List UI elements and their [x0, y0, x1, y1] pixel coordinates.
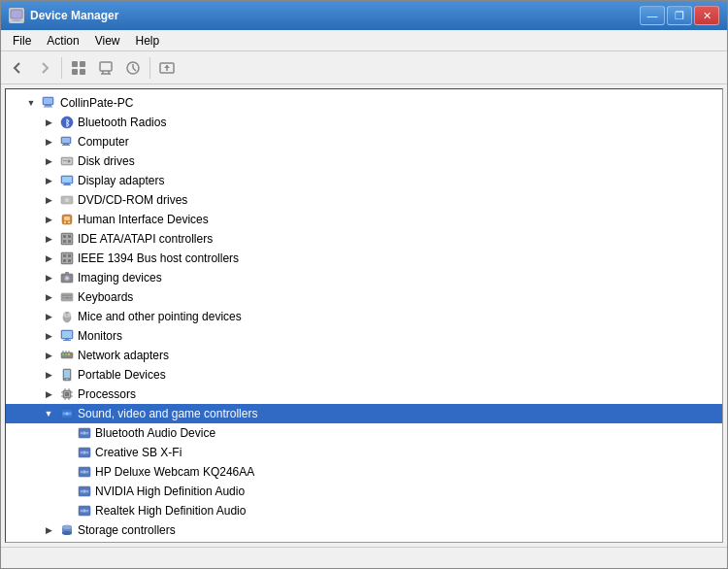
svg-rect-75: [62, 353, 64, 355]
tree-root[interactable]: ▼ CollinPate-PC: [6, 93, 722, 113]
minimize-button[interactable]: —: [640, 6, 665, 25]
svg-rect-102: [83, 432, 86, 435]
hp-webcam-icon: [77, 464, 92, 480]
bluetooth-radios-label: Bluetooth Radios: [78, 116, 166, 129]
svg-point-121: [62, 531, 72, 535]
computer-expander[interactable]: ▶: [41, 134, 56, 150]
keyboards-label: Keyboards: [78, 290, 133, 304]
network-adapters-expander[interactable]: ▶: [41, 348, 56, 363]
tree-item-nvidia-hda[interactable]: NVIDIA High Definition Audio: [6, 482, 722, 501]
tree-item-monitors[interactable]: ▶ Monitors: [6, 326, 722, 346]
tree-item-storage[interactable]: ▶ Storage controllers: [6, 520, 722, 540]
tree-item-realtek-hda[interactable]: Realtek High Definition Audio: [6, 501, 722, 520]
svg-rect-63: [62, 297, 64, 299]
svg-point-97: [68, 412, 72, 416]
svg-rect-65: [70, 297, 72, 299]
imaging-expander[interactable]: ▶: [41, 270, 56, 285]
system-devices-expander[interactable]: ▶: [41, 542, 56, 543]
menu-view[interactable]: View: [87, 32, 128, 50]
tree-item-keyboards[interactable]: ▶ Keyboards: [6, 287, 722, 307]
svg-point-113: [86, 490, 89, 493]
svg-rect-38: [64, 217, 70, 220]
svg-rect-4: [80, 61, 85, 67]
toolbar-btn-2[interactable]: [93, 55, 118, 81]
tree-item-computer[interactable]: ▶ Computer: [6, 132, 722, 151]
computer-label: Computer: [78, 135, 129, 149]
tree-item-portable-devices[interactable]: ▶ Portable Devices: [6, 365, 722, 385]
bluetooth-radios-expander[interactable]: ▶: [41, 115, 56, 130]
tree-item-ieee[interactable]: ▶ IEEE 1394 Bus host controllers: [6, 249, 722, 268]
tree-view[interactable]: ▼ CollinPate-PC ▶: [5, 88, 723, 543]
svg-rect-18: [44, 107, 52, 108]
tree-item-system-devices[interactable]: ▶ System devices: [6, 540, 722, 543]
hid-expander[interactable]: ▶: [41, 212, 56, 227]
dvd-expander[interactable]: ▶: [41, 192, 56, 208]
tree-item-hid[interactable]: ▶ Human Interface Devices: [6, 210, 722, 229]
svg-rect-44: [68, 235, 71, 238]
ieee-expander[interactable]: ▶: [41, 251, 56, 266]
toolbar-btn-1[interactable]: [66, 55, 91, 81]
menu-file[interactable]: File: [5, 32, 39, 50]
ide-expander[interactable]: ▶: [41, 231, 56, 247]
display-adapters-expander[interactable]: ▶: [41, 173, 56, 188]
tree-item-hp-webcam[interactable]: HP Deluxe Webcam KQ246AA: [6, 462, 722, 482]
svg-rect-46: [68, 240, 71, 243]
tree-item-mice[interactable]: ▶ Mice and other pointing devices: [6, 307, 722, 326]
root-expander[interactable]: ▼: [23, 95, 39, 111]
svg-point-109: [86, 471, 89, 474]
tree-item-sound[interactable]: ▼ Sound, video and game controllers: [6, 404, 722, 423]
display-adapters-icon: [59, 173, 75, 188]
svg-rect-29: [63, 160, 67, 161]
sound-expander[interactable]: ▼: [41, 406, 56, 421]
svg-point-83: [66, 379, 68, 381]
imaging-label: Imaging devices: [78, 271, 162, 284]
processors-label: Processors: [78, 387, 136, 401]
toolbar-btn-3[interactable]: [120, 55, 146, 81]
monitors-icon: [59, 328, 75, 344]
menu-action[interactable]: Action: [39, 32, 86, 50]
tree-item-display-adapters[interactable]: ▶ Display adapters: [6, 171, 722, 190]
portable-devices-expander[interactable]: ▶: [41, 367, 56, 383]
hid-label: Human Interface Devices: [78, 213, 209, 226]
tree-item-imaging[interactable]: ▶ Imaging devices: [6, 268, 722, 287]
processors-expander[interactable]: ▶: [41, 386, 56, 402]
close-button[interactable]: ✕: [694, 6, 719, 25]
tree-item-ide[interactable]: ▶ IDE ATA/ATAPI controllers: [6, 229, 722, 249]
mice-icon: [59, 309, 75, 324]
bluetooth-audio-label: Bluetooth Audio Device: [95, 426, 215, 440]
mice-expander[interactable]: ▶: [41, 309, 56, 324]
tree-item-processors[interactable]: ▶ Process: [6, 385, 722, 404]
tree-item-network-adapters[interactable]: ▶ Network adapters: [6, 346, 722, 365]
tree-item-disk-drives[interactable]: ▶ Disk drives: [6, 151, 722, 171]
tree-item-dvd[interactable]: ▶ DVD/CD-ROM drives: [6, 190, 722, 210]
device-tree: ▼ CollinPate-PC ▶: [6, 89, 722, 543]
forward-button[interactable]: [32, 55, 57, 81]
ieee-label: IEEE 1394 Bus host controllers: [78, 251, 239, 265]
svg-point-122: [62, 525, 72, 529]
sound-label: Sound, video and game controllers: [78, 407, 257, 420]
menu-help[interactable]: Help: [128, 32, 168, 50]
svg-rect-56: [65, 272, 69, 275]
dvd-icon: [59, 192, 75, 208]
svg-rect-86: [65, 392, 69, 396]
monitors-expander[interactable]: ▶: [41, 328, 56, 344]
svg-rect-82: [64, 370, 70, 378]
toolbar-btn-4[interactable]: [154, 55, 180, 81]
svg-rect-73: [63, 340, 71, 341]
restore-button[interactable]: ❐: [667, 6, 692, 25]
svg-rect-31: [62, 177, 72, 183]
realtek-hda-label: Realtek High Definition Audio: [95, 504, 246, 518]
svg-rect-71: [62, 331, 72, 338]
monitors-label: Monitors: [78, 329, 122, 343]
tree-item-creative-sb[interactable]: Creative SB X-Fi: [6, 443, 722, 462]
svg-point-105: [86, 452, 89, 454]
tree-item-bluetooth-audio[interactable]: Bluetooth Audio Device: [6, 423, 722, 443]
tree-item-bluetooth-radios[interactable]: ▶ ᛒ Bluetooth Radios: [6, 113, 722, 132]
menu-bar: File Action View Help: [1, 30, 727, 51]
svg-rect-43: [63, 235, 66, 238]
disk-drives-expander[interactable]: ▶: [41, 153, 56, 169]
back-button[interactable]: [5, 55, 30, 81]
storage-expander[interactable]: ▶: [41, 522, 56, 538]
keyboards-expander[interactable]: ▶: [41, 289, 56, 305]
sound-icon: [59, 406, 75, 421]
